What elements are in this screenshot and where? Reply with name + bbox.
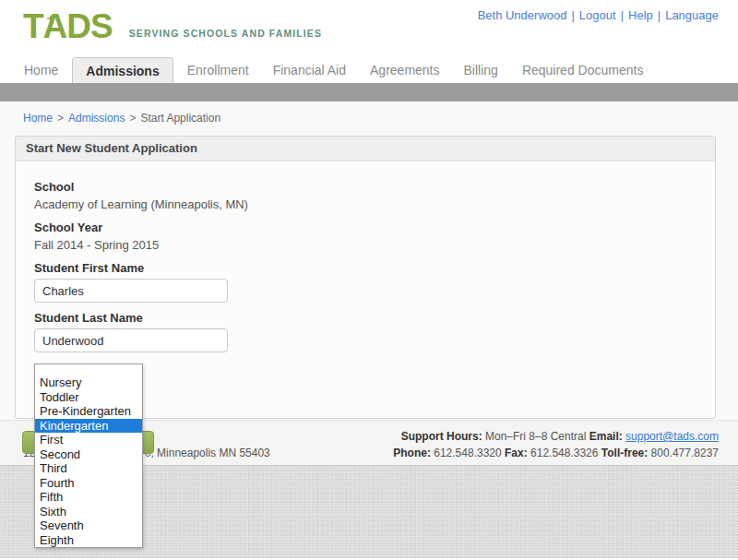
dropdown-option-third[interactable]: Third (35, 461, 142, 476)
dropdown-option-blank[interactable] (35, 364, 142, 375)
user-link-help[interactable]: Help (628, 8, 653, 22)
nav-divider-bar (0, 83, 738, 101)
nav-tab-required-documents[interactable]: Required Documents (510, 57, 656, 83)
last-name-label: Student Last Name (34, 311, 696, 325)
nav-tab-financial-aid[interactable]: Financial Aid (261, 57, 358, 83)
dropdown-option-kindergarten[interactable]: Kindergarten (35, 419, 142, 434)
dropdown-option-first[interactable]: First (35, 433, 142, 447)
class-selection-dropdown: NurseryToddlerPre-KindergartenKindergart… (34, 363, 143, 548)
breadcrumb: Home>Admissions>Start Application (0, 101, 738, 134)
user-link-beth-underwood[interactable]: Beth Underwood (478, 8, 567, 22)
school-year-label: School Year (34, 220, 696, 234)
breadcrumb-start-application: Start Application (140, 112, 220, 125)
first-name-label: Student First Name (34, 261, 696, 275)
nav-tab-admissions[interactable]: Admissions (72, 57, 173, 83)
link-separator: | (571, 8, 574, 22)
dropdown-option-pre-kindergarten[interactable]: Pre-Kindergarten (35, 404, 142, 419)
breadcrumb-separator: > (129, 112, 136, 125)
school-year-value: Fall 2014 - Spring 2015 (34, 238, 696, 252)
page-header: T+ADS SERVING SCHOOLS AND FAMILIES Beth … (0, 0, 738, 57)
nav-tab-billing[interactable]: Billing (452, 57, 510, 83)
nav-tab-home[interactable]: Home (12, 57, 70, 83)
last-name-input[interactable] (34, 328, 228, 352)
dropdown-option-seventh[interactable]: Seventh (35, 518, 142, 533)
nav-tab-agreements[interactable]: Agreements (358, 57, 451, 83)
logo-text: T+ADS (23, 11, 113, 42)
nav-tab-enrollment[interactable]: Enrollment (175, 57, 261, 83)
link-separator: | (621, 8, 624, 22)
school-value: Academy of Learning (Minneapolis, MN) (34, 197, 696, 211)
tads-logo[interactable]: T+ADS SERVING SCHOOLS AND FAMILIES (23, 11, 322, 42)
user-links: Beth Underwood|Logout|Help|Language (478, 8, 719, 22)
school-label: School (34, 180, 696, 194)
dropdown-option-eighth[interactable]: Eighth (35, 533, 142, 548)
first-name-input[interactable] (34, 279, 228, 303)
dropdown-option-sixth[interactable]: Sixth (35, 505, 142, 519)
user-link-logout[interactable]: Logout (579, 8, 616, 22)
dropdown-option-fourth[interactable]: Fourth (35, 476, 142, 491)
logo-plus-icon: + (47, 3, 55, 34)
logo-tagline: SERVING SCHOOLS AND FAMILIES (129, 28, 322, 39)
breadcrumb-admissions[interactable]: Admissions (68, 112, 125, 125)
dropdown-option-fifth[interactable]: Fifth (35, 490, 142, 505)
breadcrumb-home[interactable]: Home (23, 112, 53, 125)
dropdown-option-second[interactable]: Second (35, 447, 142, 462)
user-link-language[interactable]: Language (665, 8, 719, 22)
dropdown-option-toddler[interactable]: Toddler (35, 390, 142, 405)
dropdown-option-nursery[interactable]: Nursery (35, 375, 142, 390)
breadcrumb-separator: > (57, 112, 64, 125)
main-nav: HomeAdmissionsEnrollmentFinancial AidAgr… (0, 57, 738, 83)
link-separator: | (658, 8, 661, 22)
panel-title: Start New Student Application (16, 137, 715, 161)
